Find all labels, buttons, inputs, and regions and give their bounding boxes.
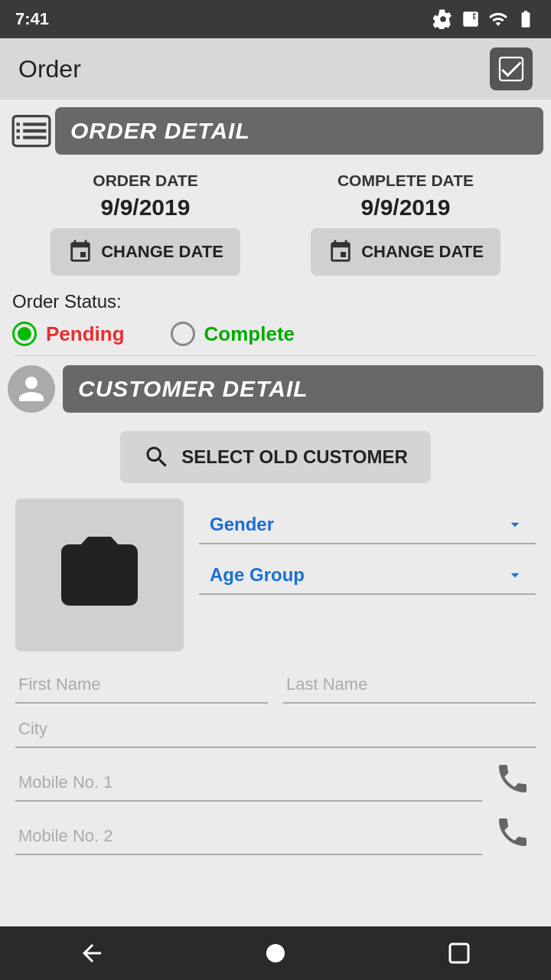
order-date-value: 9/9/2019	[101, 194, 191, 220]
chevron-down-icon-gender	[505, 514, 525, 534]
gender-dropdown[interactable]: Gender	[199, 506, 536, 544]
recent-button[interactable]	[436, 930, 482, 976]
check-icon-button[interactable]	[490, 47, 533, 90]
page-title: Order	[18, 55, 81, 83]
complete-date-col: COMPLETE DATE 9/9/2019 CHANGE DATE	[311, 172, 500, 276]
phone-icon	[494, 760, 531, 797]
last-name-input[interactable]	[283, 667, 536, 704]
status-bar: 7:41	[0, 0, 551, 38]
age-group-label: Age Group	[210, 564, 305, 586]
change-complete-date-button[interactable]: CHANGE DATE	[311, 228, 500, 276]
name-row	[15, 667, 536, 704]
top-bar: Order	[0, 38, 551, 100]
change-order-date-label: CHANGE DATE	[101, 242, 223, 262]
order-date-label: ORDER DATE	[93, 172, 197, 190]
form-section	[0, 659, 551, 871]
complete-label: Complete	[204, 322, 295, 346]
home-icon	[262, 939, 289, 967]
gender-label: Gender	[210, 514, 274, 535]
signal-icon	[488, 9, 508, 29]
status-time: 7:41	[15, 9, 49, 29]
check-icon	[497, 55, 525, 83]
divider-1	[15, 355, 536, 356]
change-complete-date-label: CHANGE DATE	[361, 242, 484, 262]
customer-detail-header: CUSTOMER DETAIL	[0, 358, 551, 417]
phone-icon-2	[490, 809, 536, 855]
last-name-field	[283, 667, 536, 704]
pending-radio-fill	[18, 327, 31, 341]
bottom-nav	[0, 926, 551, 980]
city-field	[15, 711, 536, 748]
search-icon	[143, 443, 171, 471]
order-date-col: ORDER DATE 9/9/2019 CHANGE DATE	[51, 172, 240, 276]
mobile1-row	[15, 756, 536, 802]
first-name-field	[15, 667, 268, 704]
svg-rect-0	[500, 57, 523, 80]
order-detail-icon	[8, 107, 55, 155]
settings-icon	[433, 9, 453, 29]
photo-dropdowns-row: Gender Age Group	[0, 491, 551, 659]
calendar-icon-2	[328, 239, 354, 265]
photo-box[interactable]	[15, 498, 184, 652]
main-content: ORDER DETAIL ORDER DATE 9/9/2019 CHANGE …	[0, 100, 551, 932]
svg-rect-3	[450, 944, 468, 962]
recent-icon	[445, 939, 473, 967]
complete-radio[interactable]	[171, 322, 195, 346]
order-list-icon	[11, 111, 51, 151]
chevron-down-icon-age	[505, 565, 525, 585]
age-group-dropdown[interactable]: Age Group	[199, 557, 536, 595]
complete-date-label: COMPLETE DATE	[337, 172, 474, 190]
select-customer-row: SELECT OLD CUSTOMER	[0, 417, 551, 491]
camera-icon	[54, 529, 145, 621]
mobile2-row	[15, 809, 536, 855]
pending-radio[interactable]	[12, 322, 37, 346]
phone-icon-1	[490, 756, 536, 802]
status-options-row: Pending Complete	[12, 322, 536, 346]
status-icons	[433, 9, 536, 29]
order-status-label: Order Status:	[12, 291, 536, 312]
select-old-customer-label: SELECT OLD CUSTOMER	[181, 446, 408, 468]
home-button[interactable]	[253, 930, 298, 976]
order-detail-title: ORDER DETAIL	[55, 107, 543, 155]
phone-icon-2	[494, 814, 531, 851]
calendar-icon-1	[67, 239, 93, 265]
city-input[interactable]	[15, 711, 536, 748]
back-button[interactable]	[69, 930, 115, 976]
customer-detail-title: CUSTOMER DETAIL	[63, 365, 543, 413]
pending-option[interactable]: Pending	[12, 322, 125, 346]
mobile2-input[interactable]	[15, 818, 482, 855]
complete-option[interactable]: Complete	[171, 322, 295, 346]
dropdowns-col: Gender Age Group	[199, 498, 536, 595]
order-dates-row: ORDER DATE 9/9/2019 CHANGE DATE COMPLETE…	[0, 159, 551, 279]
complete-date-value: 9/9/2019	[361, 194, 451, 220]
change-order-date-button[interactable]: CHANGE DATE	[51, 228, 240, 276]
order-status-section: Order Status: Pending Complete	[0, 279, 551, 354]
select-old-customer-button[interactable]: SELECT OLD CUSTOMER	[120, 431, 431, 483]
battery-icon	[516, 9, 536, 29]
first-name-input[interactable]	[15, 667, 268, 704]
back-icon	[78, 939, 106, 967]
svg-point-2	[266, 944, 285, 962]
pending-label: Pending	[46, 322, 125, 346]
customer-avatar-icon	[8, 365, 55, 413]
person-icon	[16, 374, 47, 404]
storage-icon	[461, 9, 481, 29]
mobile1-input[interactable]	[15, 765, 482, 802]
bottom-spacer	[0, 871, 551, 932]
order-detail-header: ORDER DETAIL	[0, 100, 551, 159]
